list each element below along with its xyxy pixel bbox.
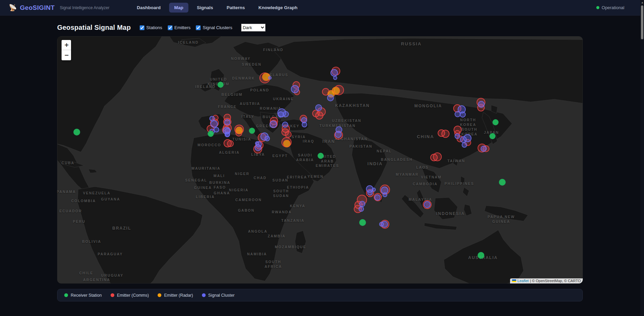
map-marker-cluster[interactable] <box>481 146 487 152</box>
filter-stations[interactable]: Stations <box>140 25 162 30</box>
map-marker-station[interactable] <box>492 119 499 125</box>
map-marker-cluster[interactable] <box>335 131 342 138</box>
status-label: Operational <box>602 5 624 10</box>
map-marker-cluster[interactable] <box>225 132 230 137</box>
map-marker-cluster[interactable] <box>264 136 270 141</box>
world-landmass <box>57 36 583 283</box>
ukraine-flag-icon <box>512 279 516 282</box>
map-marker-station[interactable] <box>73 129 80 135</box>
map-marker-cluster[interactable] <box>367 190 373 195</box>
nav-item-dashboard[interactable]: Dashboard <box>132 3 166 13</box>
status-indicator: Operational <box>596 5 635 10</box>
map-marker-cluster[interactable] <box>327 94 334 101</box>
map-marker-cluster[interactable] <box>359 206 364 212</box>
map-marker-cluster[interactable] <box>330 69 338 77</box>
nav-item-patterns[interactable]: Patterns <box>222 3 250 13</box>
zoom-in-button[interactable]: + <box>62 40 71 50</box>
filter-signal-clusters[interactable]: Signal Clusters <box>196 25 232 30</box>
map-marker-cluster[interactable] <box>210 120 218 128</box>
map-marker-cluster[interactable] <box>270 121 277 128</box>
map-marker-station[interactable] <box>489 133 496 139</box>
brand-name: GeoSIGINT <box>20 4 55 12</box>
satellite-logo-icon: 📡 <box>9 4 17 12</box>
leaflet-link[interactable]: Leaflet <box>518 279 529 283</box>
filter-signal-clusters-checkbox[interactable] <box>196 25 201 30</box>
scrollbar-thumb[interactable] <box>641 5 643 39</box>
page-title: Geospatial Signal Map <box>57 24 131 31</box>
map-marker-station[interactable] <box>478 252 484 259</box>
map-marker-comms[interactable] <box>227 140 234 147</box>
nav-links: DashboardMapSignalsPatternsKnowledge Gra… <box>132 3 302 13</box>
legend-dot-icon <box>111 293 114 297</box>
map-container[interactable]: ICELANDRUSSIAFINLANDNORWAYSWEDENDENMARKU… <box>57 36 583 283</box>
map-marker-station[interactable] <box>249 128 255 134</box>
map-marker-cluster[interactable] <box>333 76 337 80</box>
filter-stations-checkbox[interactable] <box>140 25 144 30</box>
legend-label: Signal Cluster <box>208 293 235 298</box>
map-marker-cluster[interactable] <box>359 201 365 207</box>
legend-item-emitter-comms-: Emitter (Comms) <box>111 293 149 298</box>
map-marker-cluster[interactable] <box>224 119 230 125</box>
zoom-control: + − <box>61 40 71 61</box>
legend-label: Receiver Station <box>71 293 102 298</box>
nav-item-map[interactable]: Map <box>169 3 188 13</box>
map-marker-comms[interactable] <box>430 154 438 161</box>
map-marker-station[interactable] <box>217 82 224 88</box>
main-content: Geospatial Signal Map StationsEmittersSi… <box>57 24 583 301</box>
map-marker-cluster[interactable] <box>282 122 288 128</box>
map-marker-cluster[interactable] <box>268 76 272 80</box>
filter-emitters[interactable]: Emitters <box>168 25 191 30</box>
map-marker-cluster[interactable] <box>424 201 431 208</box>
page-scrollbar[interactable]: ▲ <box>640 0 644 316</box>
map-marker-cluster[interactable] <box>462 142 467 148</box>
map-marker-cluster[interactable] <box>460 136 467 143</box>
map-marker-station[interactable] <box>359 219 366 226</box>
zoom-out-button[interactable]: − <box>62 50 71 60</box>
map-marker-station[interactable] <box>499 179 506 186</box>
attribution-text: | © OpenStreetMap, © CARTO <box>530 279 581 283</box>
map-toolbar: Geospatial Signal Map StationsEmittersSi… <box>57 24 583 31</box>
legend-dot-icon <box>158 293 161 297</box>
map-marker-comms[interactable] <box>285 131 292 138</box>
brand-subtitle: Signal Intelligence Analyzer <box>60 5 110 10</box>
filter-emitters-checkbox[interactable] <box>168 25 172 30</box>
filter-emitters-label: Emitters <box>175 25 191 30</box>
map-legend: Receiver StationEmitter (Comms)Emitter (… <box>57 289 583 301</box>
map-marker-cluster[interactable] <box>383 192 387 197</box>
map-marker-cluster[interactable] <box>291 85 299 93</box>
legend-item-emitter-radar-: Emitter (Radar) <box>158 293 193 298</box>
status-dot-icon <box>596 6 599 9</box>
map-marker-cluster[interactable] <box>255 144 261 151</box>
legend-item-receiver-station: Receiver Station <box>64 293 102 298</box>
map-marker-cluster[interactable] <box>302 122 307 127</box>
map-marker-cluster[interactable] <box>478 101 485 108</box>
map-attribution: Leaflet | © OpenStreetMap, © CARTO <box>510 278 583 283</box>
layer-filters: StationsEmittersSignal Clusters <box>140 25 232 30</box>
legend-dot-icon <box>64 293 68 297</box>
scroll-up-icon[interactable]: ▲ <box>641 1 644 4</box>
theme-select[interactable]: Dark <box>241 24 266 31</box>
map-marker-station[interactable] <box>208 131 214 137</box>
map-marker-radar[interactable] <box>235 127 243 134</box>
top-nav: 📡 GeoSIGINT Signal Intelligence Analyzer… <box>0 0 644 16</box>
legend-label: Emitter (Radar) <box>164 293 193 298</box>
legend-label: Emitter (Comms) <box>117 293 149 298</box>
map-marker-station[interactable] <box>318 153 324 159</box>
nav-item-signals[interactable]: Signals <box>192 3 218 13</box>
map-marker-comms[interactable] <box>438 129 445 137</box>
filter-stations-label: Stations <box>146 25 162 30</box>
map-marker-cluster[interactable] <box>278 111 284 118</box>
map-marker-radar[interactable] <box>283 140 291 147</box>
map-marker-cluster[interactable] <box>460 111 466 118</box>
map-marker-cluster[interactable] <box>315 104 322 111</box>
map-marker-cluster[interactable] <box>374 194 381 201</box>
map-marker-cluster[interactable] <box>379 222 384 227</box>
legend-dot-icon <box>202 293 206 297</box>
filter-signal-clusters-label: Signal Clusters <box>203 25 232 30</box>
legend-item-signal-cluster: Signal Cluster <box>202 293 235 298</box>
map-marker-cluster[interactable] <box>455 133 460 139</box>
nav-item-knowledge-graph[interactable]: Knowledge Graph <box>253 3 303 13</box>
brand: 📡 GeoSIGINT Signal Intelligence Analyzer <box>9 4 109 12</box>
